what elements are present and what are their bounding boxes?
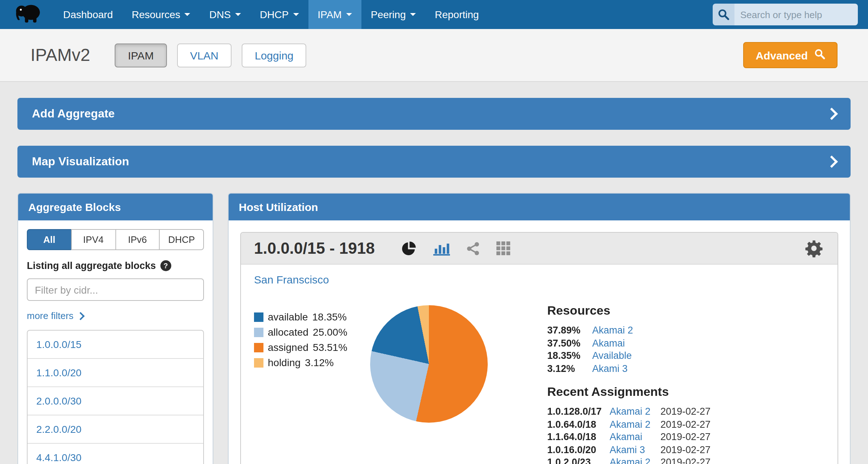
tab-logging[interactable]: Logging bbox=[242, 43, 307, 67]
resource-row: 3.12% Akami 3 bbox=[547, 362, 711, 375]
resources-heading: Resources bbox=[547, 304, 711, 318]
chevron-right-icon bbox=[826, 108, 838, 120]
resource-link[interactable]: Akamai bbox=[592, 337, 625, 349]
legend-swatch bbox=[254, 358, 263, 368]
legend-swatch bbox=[254, 328, 263, 337]
nav-item-dashboard[interactable]: Dashboard bbox=[54, 0, 122, 29]
bar-chart-view-icon[interactable] bbox=[433, 241, 450, 256]
block-link[interactable]: 1.0.0.0/15 bbox=[28, 331, 203, 358]
assignment-link[interactable]: Akamai 2 bbox=[610, 418, 655, 431]
nav-label: Peering bbox=[371, 9, 406, 20]
assignment-date: 2019-02-27 bbox=[660, 418, 711, 431]
nav-label: Dashboard bbox=[63, 9, 113, 20]
gear-icon[interactable] bbox=[805, 239, 823, 257]
grid-view-icon[interactable] bbox=[497, 241, 511, 255]
pie-legend: available 18.35% allocated 25.00% bbox=[254, 310, 361, 370]
resource-link[interactable]: Akami 3 bbox=[592, 362, 628, 375]
filter-ipv6-button[interactable]: IPv6 bbox=[115, 229, 160, 250]
legend-swatch bbox=[254, 312, 263, 322]
tab-vlan[interactable]: VLAN bbox=[177, 43, 232, 67]
nav-label: IPAM bbox=[318, 9, 341, 20]
search-icon bbox=[814, 49, 825, 62]
block-type-filter-group: All IPV4 IPv6 DHCP bbox=[27, 229, 204, 250]
share-icon[interactable] bbox=[466, 241, 481, 256]
add-aggregate-label: Add Aggregate bbox=[32, 107, 115, 120]
assignment-row: 1.1.64.0/18 Akamai 2019-02-27 bbox=[547, 431, 711, 443]
nav-label: DHCP bbox=[260, 9, 288, 20]
assignment-date: 2019-02-27 bbox=[660, 443, 711, 456]
search-input[interactable] bbox=[734, 4, 858, 25]
resource-link[interactable]: Akamai 2 bbox=[592, 324, 633, 337]
cidr-filter-input[interactable] bbox=[27, 278, 204, 301]
resource-row: 18.35% Available bbox=[547, 349, 711, 362]
host-utilization-panel: Host Utilization 1.0.0.0/15 - 1918 bbox=[228, 193, 851, 464]
filter-ipv4-button[interactable]: IPV4 bbox=[71, 229, 116, 250]
block-link[interactable]: 2.0.0.0/30 bbox=[28, 386, 203, 415]
advanced-label: Advanced bbox=[756, 49, 808, 61]
block-card-header: 1.0.0.0/15 - 1918 bbox=[241, 233, 838, 265]
assignment-row: 1.0.128.0/17 Akamai 2 2019-02-27 bbox=[547, 405, 711, 418]
search-icon bbox=[713, 4, 734, 25]
caret-down-icon bbox=[346, 13, 352, 16]
listing-label: Listing all aggregate blocks bbox=[27, 260, 204, 271]
filter-dhcp-button[interactable]: DHCP bbox=[159, 229, 204, 250]
tab-ipam[interactable]: IPAM bbox=[115, 43, 167, 67]
page-title: IPAMv2 bbox=[30, 45, 90, 65]
assignment-date: 2019-02-27 bbox=[660, 431, 711, 443]
location-link[interactable]: San Franscisco bbox=[254, 273, 329, 286]
pie-view-icon[interactable] bbox=[401, 240, 417, 256]
chevron-right-icon bbox=[826, 156, 838, 168]
nav-item-dns[interactable]: DNS bbox=[200, 0, 250, 29]
add-aggregate-panel-header[interactable]: Add Aggregate bbox=[17, 98, 851, 130]
nav-item-dhcp[interactable]: DHCP bbox=[250, 0, 308, 29]
caret-down-icon bbox=[185, 13, 191, 16]
aggregate-blocks-title: Aggregate Blocks bbox=[18, 194, 213, 220]
map-visualization-label: Map Visualization bbox=[32, 155, 129, 168]
assignment-row: 1.0.16.0/20 Akami 3 2019-02-27 bbox=[547, 443, 711, 456]
page: Dashboard Resources DNS DHCP IPAM Peerin… bbox=[0, 0, 868, 464]
host-utilization-title: Host Utilization bbox=[229, 194, 850, 220]
block-link[interactable]: 4.4.1.0/30 bbox=[28, 443, 203, 464]
filter-all-button[interactable]: All bbox=[27, 229, 72, 250]
page-header: IPAMv2 IPAM VLAN Logging Advanced bbox=[0, 29, 868, 82]
legend-swatch bbox=[254, 343, 263, 352]
block-utilization-card: 1.0.0.0/15 - 1918 bbox=[240, 232, 838, 464]
block-link[interactable]: 1.1.0.0/20 bbox=[28, 358, 203, 386]
legend-item: available 18.35% bbox=[254, 310, 361, 325]
nav-item-resources[interactable]: Resources bbox=[122, 0, 200, 29]
nav-item-reporting[interactable]: Reporting bbox=[425, 0, 488, 29]
pie-chart bbox=[370, 305, 488, 423]
map-visualization-panel-header[interactable]: Map Visualization bbox=[17, 146, 851, 178]
caret-down-icon bbox=[235, 13, 241, 16]
view-tabs: IPAM VLAN Logging bbox=[115, 43, 307, 67]
caret-down-icon bbox=[410, 13, 416, 16]
resource-row: 37.89% Akamai 2 bbox=[547, 324, 711, 337]
more-filters-link[interactable]: more filters bbox=[27, 310, 84, 321]
nav-item-ipam[interactable]: IPAM bbox=[308, 0, 361, 29]
nav-item-peering[interactable]: Peering bbox=[361, 0, 426, 29]
resource-link[interactable]: Available bbox=[592, 349, 632, 362]
block-link[interactable]: 2.2.0.0/20 bbox=[28, 415, 203, 443]
brand-logo[interactable] bbox=[0, 0, 54, 29]
resource-row: 37.50% Akamai bbox=[547, 337, 711, 349]
assignment-date: 2019-02-27 bbox=[660, 456, 711, 464]
assignment-row: 1.0.64.0/18 Akamai 2 2019-02-27 bbox=[547, 418, 711, 431]
help-icon[interactable] bbox=[160, 260, 171, 271]
main-content: Aggregate Blocks All IPV4 IPv6 DHCP List… bbox=[17, 193, 851, 464]
advanced-search-button[interactable]: Advanced bbox=[744, 42, 838, 68]
navbar-search bbox=[713, 0, 868, 29]
assignment-link[interactable]: Akami 3 bbox=[610, 443, 655, 456]
nav-label: Reporting bbox=[435, 9, 479, 20]
assignment-link[interactable]: Akamai 2 bbox=[610, 405, 655, 418]
elephant-logo-icon bbox=[15, 2, 42, 27]
navbar: Dashboard Resources DNS DHCP IPAM Peerin… bbox=[0, 0, 868, 29]
aggregate-block-list: 1.0.0.0/15 1.1.0.0/20 2.0.0.0/30 2.2.0.0… bbox=[27, 330, 204, 464]
nav-label: DNS bbox=[209, 9, 231, 20]
recent-assignments-heading: Recent Assignments bbox=[547, 385, 711, 399]
assignment-link[interactable]: Akamai 2 bbox=[610, 456, 655, 464]
block-card-body: San Franscisco available 18.35% bbox=[241, 265, 838, 464]
assignment-link[interactable]: Akamai bbox=[610, 431, 655, 443]
aggregate-blocks-panel: Aggregate Blocks All IPV4 IPv6 DHCP List… bbox=[17, 193, 213, 464]
nav-label: Resources bbox=[132, 9, 180, 20]
legend-item: holding 3.12% bbox=[254, 355, 361, 370]
